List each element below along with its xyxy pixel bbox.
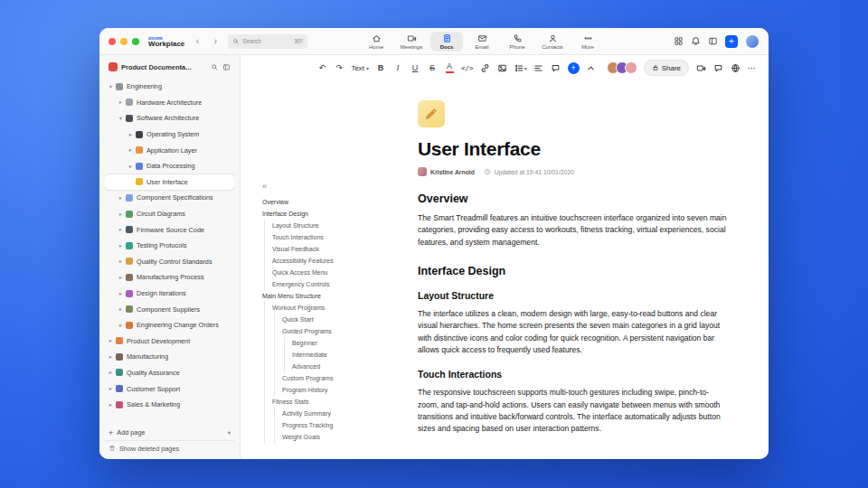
tab-phone[interactable]: Phone	[501, 32, 533, 52]
align-button[interactable]	[533, 60, 544, 76]
sidebar-item-engineering[interactable]: ▾Engineering	[105, 79, 234, 95]
open-comments-button[interactable]	[712, 60, 723, 76]
tab-home[interactable]: Home	[360, 32, 392, 52]
chevron-right-icon[interactable]: ▸	[117, 290, 125, 297]
global-search-input[interactable]: Search ⌘F	[228, 34, 307, 49]
outline-item-workout-programs[interactable]: Workout Programs	[262, 302, 407, 314]
outline-item-layout-structure[interactable]: Layout Structure	[262, 220, 407, 231]
publish-web-button[interactable]	[730, 60, 741, 76]
inline-code-button[interactable]: </>	[461, 60, 474, 76]
outline-item-beginner[interactable]: Beginner	[262, 337, 407, 349]
tab-meetings[interactable]: Meetings	[395, 32, 428, 52]
outline-item-advanced[interactable]: Advanced	[262, 361, 407, 372]
outline-item-accessibility-features[interactable]: Accessibility Features	[262, 255, 407, 267]
sidebar-item-quality-assurance[interactable]: ▸Quality Assurance	[105, 365, 234, 381]
redo-button[interactable]: ↷	[334, 60, 344, 76]
sidebar-search-icon[interactable]	[211, 63, 219, 71]
chevron-down-icon[interactable]: ▾	[117, 115, 125, 122]
sidebar-collapse-icon[interactable]	[222, 63, 231, 71]
list-dropdown[interactable]: ▾	[514, 60, 527, 76]
outline-item-weight-goals[interactable]: Weight Goals	[262, 431, 407, 443]
chevron-right-icon[interactable]: ▸	[117, 226, 125, 233]
outline-item-program-history[interactable]: Program History	[262, 384, 407, 396]
image-button[interactable]	[497, 60, 508, 76]
outline-item-visual-feedback[interactable]: Visual Feedback	[262, 243, 407, 255]
sidebar-item-manufacturing-process[interactable]: ▸Manufacturing Process	[105, 269, 234, 286]
collaborator-avatar[interactable]	[625, 61, 637, 74]
comment-button[interactable]	[551, 60, 561, 76]
insert-block-button[interactable]: +	[568, 62, 580, 74]
tab-contacts[interactable]: Contacts	[536, 32, 569, 52]
tab-docs[interactable]: Docs	[430, 32, 463, 52]
sidebar-item-hardware-architecture[interactable]: ▸Hardware Architecture	[105, 95, 234, 111]
sidebar-item-firmware-source-code[interactable]: ▸Firmware Source Code	[105, 221, 234, 238]
share-button[interactable]: Share	[644, 60, 689, 76]
forward-button[interactable]: ›	[210, 36, 221, 46]
chevron-right-icon[interactable]: ▸	[117, 211, 125, 218]
minimize-window-button[interactable]	[120, 38, 127, 45]
chevron-right-icon[interactable]: ▸	[127, 131, 135, 138]
user-avatar[interactable]	[745, 34, 760, 49]
chevron-right-icon[interactable]: ▸	[117, 99, 125, 106]
underline-button[interactable]: U	[410, 60, 420, 76]
document-canvas[interactable]: User Interface Kristine Arnold Updated a…	[407, 80, 769, 459]
text-style-dropdown[interactable]: Text ▾	[351, 60, 369, 76]
undo-button[interactable]: ↶	[316, 60, 327, 76]
sidebar-item-product-development[interactable]: ▸Product Development	[105, 333, 234, 350]
collapse-toolbar-button[interactable]	[586, 60, 597, 76]
chevron-right-icon[interactable]: ▸	[117, 242, 125, 249]
show-deleted-pages-button[interactable]: Show deleted pages	[105, 440, 234, 455]
new-item-button[interactable]: +	[725, 35, 738, 48]
chevron-right-icon[interactable]: ▸	[127, 163, 135, 170]
sidebar-item-operating-system[interactable]: ▸Operating System	[105, 127, 234, 143]
chevron-right-icon[interactable]: ▸	[127, 146, 135, 154]
outline-item-touch-interactions[interactable]: Touch Interactions	[262, 231, 407, 243]
bold-button[interactable]: B	[375, 60, 386, 76]
start-video-button[interactable]	[695, 60, 706, 76]
chevron-down-icon[interactable]: ▾	[107, 83, 115, 90]
sidebar-item-sales-marketing[interactable]: ▸Sales & Marketing	[105, 397, 234, 413]
document-body[interactable]: OverviewThe Smart Treadmill features an …	[418, 192, 727, 435]
sidebar-item-user-interface[interactable]: User Interface	[105, 174, 234, 191]
sidebar-item-quality-control-standards[interactable]: ▸Quality Control Standards	[105, 254, 234, 270]
outline-item-overview[interactable]: Overview	[262, 196, 407, 208]
panel-toggle-icon[interactable]	[708, 36, 718, 46]
document-emoji-icon[interactable]	[418, 100, 445, 127]
outline-item-intermediate[interactable]: Intermediate	[262, 349, 407, 361]
chevron-right-icon[interactable]: ▸	[117, 274, 125, 281]
chevron-right-icon[interactable]: ▸	[117, 322, 125, 329]
outline-item-quick-start[interactable]: Quick Start	[262, 314, 407, 325]
sidebar-item-design-iterations[interactable]: ▸Design Iterations	[105, 286, 234, 302]
outline-item-guided-programs[interactable]: Guided Programs	[262, 325, 407, 337]
sidebar-item-software-architecture[interactable]: ▾Software Architecture	[105, 110, 234, 127]
sidebar-item-data-processing[interactable]: ▸Data Processing	[105, 158, 234, 174]
back-button[interactable]: ‹	[192, 36, 203, 46]
workspace-header[interactable]: Product Documenta...	[105, 61, 234, 73]
sidebar-item-component-specifications[interactable]: ▸Component Specifications	[105, 190, 234, 206]
outline-item-activity-summary[interactable]: Activity Summary	[262, 408, 407, 419]
outline-item-fitness-stats[interactable]: Fitness Stats	[262, 396, 407, 408]
chevron-right-icon[interactable]: ▸	[117, 258, 125, 265]
sidebar-item-manufacturing[interactable]: ▸Manufacturing	[105, 349, 234, 365]
sidebar-item-circuit-diagrams[interactable]: ▸Circuit Diagrams	[105, 206, 234, 222]
tab-more[interactable]: More	[571, 32, 604, 52]
outline-item-interface-design[interactable]: Interface Design	[262, 208, 407, 220]
add-page-button[interactable]: + Add page ▾	[105, 425, 234, 440]
apps-grid-icon[interactable]	[674, 36, 684, 46]
maximize-window-button[interactable]	[132, 38, 139, 45]
outline-item-main-menu-structure[interactable]: Main Menu Structure	[262, 290, 407, 302]
chevron-right-icon[interactable]: ▸	[107, 353, 115, 361]
strikethrough-button[interactable]: S	[427, 60, 438, 76]
sidebar-item-engineering-change-orders[interactable]: ▸Engineering Change Orders	[105, 317, 234, 333]
outline-collapse-icon[interactable]: «	[262, 182, 273, 191]
outline-item-custom-programs[interactable]: Custom Programs	[262, 372, 407, 384]
sidebar-item-application-layer[interactable]: ▸Application Layer	[105, 142, 234, 158]
italic-button[interactable]: I	[392, 60, 403, 76]
chevron-right-icon[interactable]: ▸	[107, 385, 115, 392]
outline-item-progress-tracking[interactable]: Progress Tracking	[262, 419, 407, 431]
sidebar-item-component-suppliers[interactable]: ▸Component Suppliers	[105, 301, 234, 317]
toolbar-more-button[interactable]: ⋯	[747, 60, 758, 76]
chevron-right-icon[interactable]: ▸	[107, 401, 115, 408]
outline-item-emergency-controls[interactable]: Emergency Controls	[262, 278, 407, 290]
text-color-button[interactable]: A	[444, 60, 455, 76]
